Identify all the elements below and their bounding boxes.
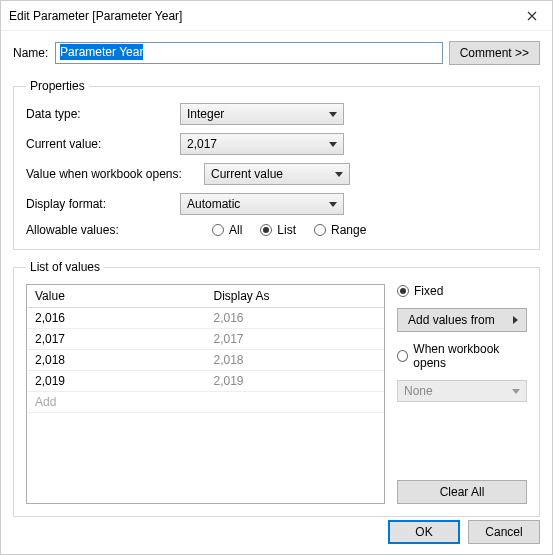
grid-body: 2,0162,0162,0172,0172,0182,0182,0192,019… (27, 308, 384, 503)
cell-display-as: 2,016 (206, 308, 385, 328)
table-row[interactable]: 2,0182,018 (27, 350, 384, 371)
allowable-list-label: List (277, 223, 296, 237)
cell-display-as: 2,017 (206, 329, 385, 349)
table-row[interactable]: 2,0172,017 (27, 329, 384, 350)
radio-icon (397, 285, 409, 297)
clear-all-button[interactable]: Clear All (397, 480, 527, 504)
col-value: Value (27, 285, 206, 307)
display-format-select[interactable]: Automatic (180, 193, 344, 215)
allowable-all-radio[interactable]: All (212, 223, 242, 237)
allowable-range-label: Range (331, 223, 366, 237)
name-label: Name: (13, 46, 49, 60)
add-values-from-button[interactable]: Add values from (397, 308, 527, 332)
allowable-values-label: Allowable values: (26, 223, 180, 237)
cell-value: 2,019 (27, 371, 206, 391)
close-icon (527, 11, 537, 21)
display-format-label: Display format: (26, 197, 180, 211)
current-value-value: 2,017 (187, 137, 217, 151)
cell-value: 2,018 (27, 350, 206, 370)
data-type-label: Data type: (26, 107, 180, 121)
titlebar: Edit Parameter [Parameter Year] (1, 1, 552, 31)
properties-legend: Properties (26, 79, 89, 93)
col-display-as: Display As (206, 285, 385, 307)
fixed-radio[interactable]: Fixed (397, 284, 527, 298)
name-field[interactable]: Parameter Year (55, 42, 443, 64)
lov-side-panel: Fixed Add values from When workbook open… (397, 284, 527, 504)
radio-icon (397, 350, 408, 362)
add-cell: Add (27, 392, 206, 412)
ok-button[interactable]: OK (388, 520, 460, 544)
when-opens-source-select: None (397, 380, 527, 402)
cell-value: 2,016 (27, 308, 206, 328)
cell-display-as: 2,018 (206, 350, 385, 370)
value-when-opens-select[interactable]: Current value (204, 163, 350, 185)
fixed-label: Fixed (414, 284, 443, 298)
current-value-select[interactable]: 2,017 (180, 133, 344, 155)
list-of-values-legend: List of values (26, 260, 104, 274)
current-value-label: Current value: (26, 137, 180, 151)
dialog-content: Name: Parameter Year Comment >> Properti… (1, 31, 552, 539)
data-type-value: Integer (187, 107, 224, 121)
when-workbook-opens-label: When workbook opens (413, 342, 527, 370)
allowable-range-radio[interactable]: Range (314, 223, 366, 237)
when-opens-source-value: None (404, 384, 433, 398)
radio-icon (212, 224, 224, 236)
cell-display-as: 2,019 (206, 371, 385, 391)
cell-value: 2,017 (27, 329, 206, 349)
properties-group: Properties Data type: Integer Current va… (13, 79, 540, 250)
cancel-button[interactable]: Cancel (468, 520, 540, 544)
data-type-select[interactable]: Integer (180, 103, 344, 125)
add-values-from-label: Add values from (408, 313, 495, 327)
values-grid[interactable]: Value Display As 2,0162,0162,0172,0172,0… (26, 284, 385, 504)
table-row[interactable]: 2,0162,016 (27, 308, 384, 329)
table-row[interactable]: 2,0192,019 (27, 371, 384, 392)
comment-button[interactable]: Comment >> (449, 41, 540, 65)
when-workbook-opens-radio[interactable]: When workbook opens (397, 342, 527, 370)
add-row[interactable]: Add (27, 392, 384, 413)
allowable-list-radio[interactable]: List (260, 223, 296, 237)
list-of-values-group: List of values Value Display As 2,0162,0… (13, 260, 540, 517)
grid-header: Value Display As (27, 285, 384, 308)
close-button[interactable] (512, 1, 552, 31)
edit-parameter-dialog: Edit Parameter [Parameter Year] Name: Pa… (0, 0, 553, 555)
name-row: Name: Parameter Year Comment >> (13, 41, 540, 65)
name-value: Parameter Year (60, 44, 143, 60)
radio-icon (260, 224, 272, 236)
value-when-opens-value: Current value (211, 167, 283, 181)
value-when-opens-label: Value when workbook opens: (26, 167, 204, 181)
allowable-all-label: All (229, 223, 242, 237)
dialog-footer: OK Cancel (388, 520, 540, 544)
window-title: Edit Parameter [Parameter Year] (9, 9, 512, 23)
radio-icon (314, 224, 326, 236)
display-format-value: Automatic (187, 197, 240, 211)
